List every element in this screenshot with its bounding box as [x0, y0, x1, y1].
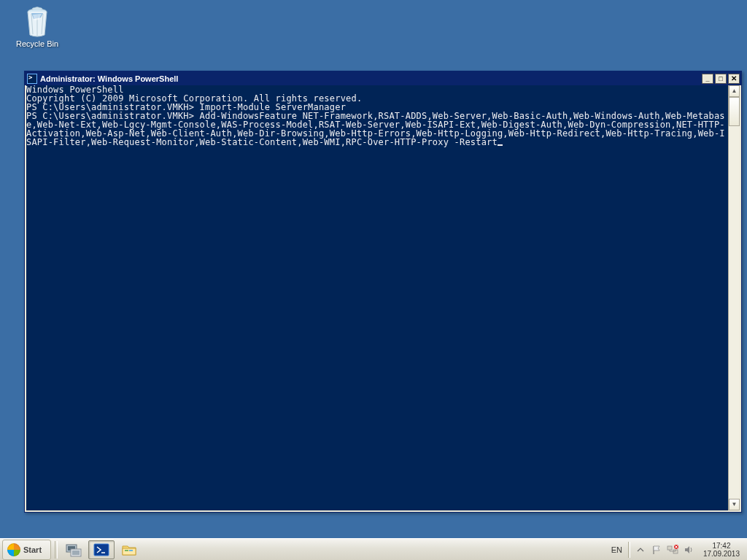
quick-launch-server-manager[interactable] [61, 540, 87, 559]
taskbar: Start EN [0, 538, 747, 560]
vertical-scrollbar[interactable]: ▲ ▼ [728, 85, 740, 510]
scroll-thumb[interactable] [729, 97, 740, 126]
tray-show-hidden-icon[interactable] [635, 544, 646, 556]
explorer-icon [120, 542, 138, 558]
tray-network-icon[interactable] [667, 544, 678, 556]
system-tray: EN 17:42 17.09.2013 [605, 539, 747, 560]
console-line: PS C:\Users\administrator.VMKH> Add-Wind… [26, 112, 728, 147]
tray-flag-icon[interactable] [651, 544, 662, 556]
start-button[interactable]: Start [2, 540, 51, 560]
powershell-icon [27, 74, 37, 84]
desktop-icon-label: Recycle Bin [11, 39, 63, 48]
svg-rect-7 [72, 551, 80, 555]
server-manager-icon [65, 542, 82, 558]
scroll-track[interactable] [729, 97, 740, 499]
quick-launch-powershell[interactable] [88, 540, 115, 559]
powershell-taskbar-icon [93, 542, 110, 558]
quick-launch [59, 540, 144, 559]
clock-date: 17.09.2013 [703, 550, 740, 558]
svg-rect-14 [667, 546, 672, 550]
tray-volume-icon[interactable] [683, 544, 694, 556]
svg-rect-12 [129, 550, 133, 551]
minimize-button[interactable]: _ [702, 74, 713, 84]
svg-rect-10 [123, 548, 136, 555]
language-indicator[interactable]: EN [605, 545, 628, 554]
clock[interactable]: 17:42 17.09.2013 [699, 540, 747, 559]
cursor [498, 144, 503, 146]
tray-icons [630, 544, 699, 556]
quick-launch-explorer[interactable] [116, 540, 142, 559]
window-body: Windows PowerShellCopyright (C) 2009 Mic… [25, 85, 741, 512]
svg-rect-11 [125, 550, 128, 551]
titlebar[interactable]: Administrator: Windows PowerShell _ □ ✕ [25, 71, 741, 85]
desktop-icon-recycle-bin[interactable]: Recycle Bin [11, 6, 63, 48]
console-output[interactable]: Windows PowerShellCopyright (C) 2009 Mic… [26, 85, 728, 510]
recycle-bin-icon [23, 6, 52, 38]
maximize-button[interactable]: □ [715, 74, 727, 84]
taskbar-separator [55, 541, 58, 559]
scroll-up-button[interactable]: ▲ [729, 85, 740, 97]
windows-orb-icon [7, 543, 20, 556]
clock-time: 17:42 [703, 542, 740, 550]
start-label: Start [23, 545, 42, 554]
powershell-window: Administrator: Windows PowerShell _ □ ✕ … [24, 71, 742, 513]
scroll-down-button[interactable]: ▼ [729, 499, 740, 510]
window-title: Administrator: Windows PowerShell [40, 74, 700, 83]
close-button[interactable]: ✕ [728, 74, 740, 84]
